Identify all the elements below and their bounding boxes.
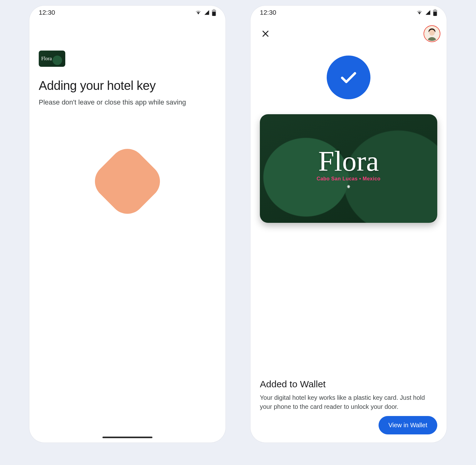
hotel-key-thumbnail-brand: Flora: [41, 56, 52, 61]
hotel-location: Cabo San Lucas • Mexico: [317, 176, 381, 182]
close-button[interactable]: [258, 26, 273, 41]
cellular-icon: [204, 10, 210, 15]
status-bar: 12:30: [29, 6, 226, 19]
page-title: Adding your hotel key: [39, 79, 216, 93]
status-time: 12:30: [260, 9, 276, 16]
view-in-wallet-button[interactable]: View in Wallet: [379, 416, 438, 434]
home-indicator[interactable]: [102, 437, 152, 438]
success-description: Your digital hotel key works like a plas…: [260, 393, 437, 411]
success-heading: Added to Wallet: [260, 379, 437, 389]
sparkle-icon: [346, 184, 351, 190]
status-indicators: [416, 9, 437, 16]
wifi-icon: [195, 10, 202, 15]
battery-icon: [433, 9, 437, 16]
page-subtitle: Please don't leave or close this app whi…: [39, 98, 216, 106]
phone-screen-success: 12:30: [250, 6, 447, 443]
hotel-key-card[interactable]: Flora Cabo San Lucas • Mexico: [260, 114, 437, 223]
success-check-icon: [327, 56, 370, 99]
phone-screen-loading: 12:30 Flora Adding your hotel key Please…: [29, 6, 226, 443]
status-bar: 12:30: [250, 6, 447, 19]
wifi-icon: [416, 10, 423, 15]
battery-icon: [212, 9, 216, 16]
loading-spinner-icon: [88, 142, 167, 221]
status-time: 12:30: [39, 9, 55, 16]
close-icon: [261, 29, 270, 38]
avatar-face-icon: [425, 27, 439, 41]
cellular-icon: [425, 10, 431, 15]
status-indicators: [195, 9, 216, 16]
hotel-brand-logo: Flora: [318, 147, 379, 175]
account-avatar[interactable]: [425, 27, 439, 41]
hotel-key-thumbnail: Flora: [39, 51, 65, 67]
